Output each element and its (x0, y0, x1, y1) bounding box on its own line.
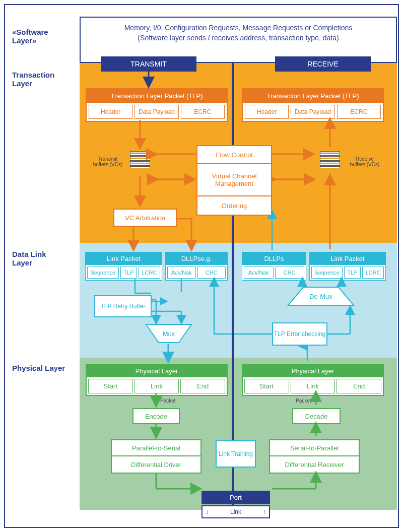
link-box: ↓ Link ↑ (202, 505, 270, 518)
port-box: Port (202, 491, 270, 504)
flow-control-box: Flow Control (197, 146, 271, 164)
tlp-retry-buffer: TLP Retry Buffer (94, 295, 152, 317)
down-arrow-icon: ↓ (206, 508, 209, 515)
transmit-header: TRANSMIT (101, 56, 196, 72)
link-label: Link (230, 508, 241, 515)
arrows-layer (5, 5, 400, 529)
up-arrow-icon: ↑ (263, 508, 266, 515)
tlp-error-checking: TLP Error checking (272, 322, 327, 346)
link-training-box: Link Training (216, 440, 256, 468)
receive-header: RECEIVE (275, 56, 371, 72)
middle-stack: Flow Control Virtual Channel Management … (196, 145, 272, 216)
vcm-box: Virtual Channel Management (197, 164, 271, 196)
ordering-box: Ordering (197, 196, 271, 215)
diagram-frame: «Software Layer» Transaction Layer Data … (4, 4, 399, 528)
